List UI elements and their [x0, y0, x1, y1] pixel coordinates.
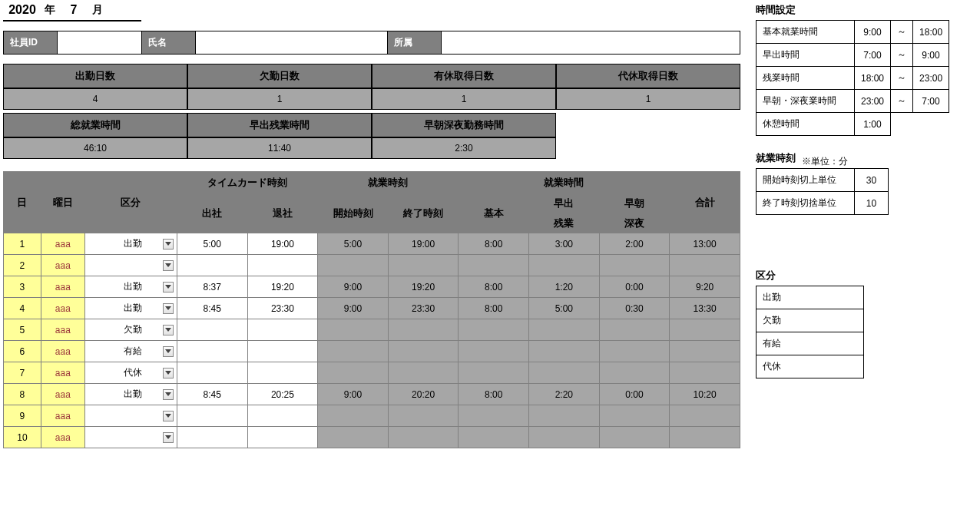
emp-dept-value[interactable] — [442, 31, 740, 54]
type-dropdown[interactable]: 出勤 — [84, 276, 177, 298]
attendance-table: 日 曜日 区分 タイムカード時刻 就業時刻 就業時間 合計 出社 退社 開始時刻… — [3, 171, 740, 448]
type-dropdown[interactable] — [84, 427, 177, 448]
hdr-basic: 基本 — [459, 193, 529, 233]
clock-out-cell[interactable]: 23:30 — [247, 298, 318, 319]
clock-in-cell[interactable] — [177, 427, 247, 448]
end-cell: 19:20 — [388, 276, 459, 298]
year-value[interactable]: 2020 — [3, 3, 41, 17]
ot-cell — [529, 427, 600, 448]
time-setting-label: 早朝・深夜業時間 — [757, 90, 855, 113]
summary-attend-days-value: 4 — [3, 88, 187, 110]
total-cell — [670, 405, 740, 427]
summary-paid-leave-label: 有休取得日数 — [372, 64, 556, 88]
type-dropdown[interactable]: 出勤 — [84, 298, 177, 319]
time-setting-sep: ～ — [891, 90, 913, 113]
table-row: 3aaa出勤8:3719:209:0019:208:001:200:009:20 — [4, 276, 740, 298]
time-setting-from[interactable]: 23:00 — [855, 90, 891, 113]
clock-out-cell[interactable] — [247, 405, 318, 427]
dow-cell: aaa — [41, 319, 84, 341]
clock-in-cell[interactable]: 8:45 — [177, 298, 247, 319]
clock-in-cell[interactable]: 5:00 — [177, 233, 247, 255]
hdr-timecard: タイムカード時刻 — [177, 172, 317, 193]
time-setting-from[interactable]: 1:00 — [855, 113, 891, 136]
chevron-down-icon[interactable] — [163, 325, 174, 335]
table-row: 5aaa欠勤 — [4, 319, 740, 341]
time-setting-to[interactable]: 23:00 — [913, 67, 949, 90]
clock-out-cell[interactable] — [247, 427, 318, 448]
total-cell — [670, 255, 740, 276]
type-dropdown[interactable]: 欠勤 — [84, 319, 177, 341]
clock-out-cell[interactable] — [247, 319, 318, 341]
clock-out-cell[interactable]: 20:25 — [247, 384, 318, 405]
clock-in-cell[interactable] — [177, 362, 247, 384]
time-setting-sep: ～ — [891, 44, 913, 67]
type-dropdown[interactable]: 代休 — [84, 362, 177, 384]
time-setting-to[interactable]: 9:00 — [913, 44, 949, 67]
time-setting-to[interactable]: 18:00 — [913, 21, 949, 44]
work-settings-note: ※単位：分 — [802, 155, 848, 168]
type-dropdown[interactable]: 出勤 — [84, 384, 177, 405]
emp-name-value[interactable] — [196, 31, 388, 54]
chevron-down-icon[interactable] — [163, 346, 174, 357]
clock-in-cell[interactable] — [177, 319, 247, 341]
chevron-down-icon[interactable] — [163, 303, 174, 314]
midnight-cell: 0:30 — [599, 298, 670, 319]
clock-out-cell[interactable]: 19:00 — [247, 233, 318, 255]
summary-latenight-label: 早朝深夜勤務時間 — [372, 113, 556, 137]
table-row: 2aaa — [4, 255, 740, 276]
chevron-down-icon[interactable] — [163, 368, 174, 378]
hdr-start: 開始時刻 — [318, 193, 389, 233]
type-dropdown[interactable] — [84, 405, 177, 427]
end-cell — [388, 341, 459, 362]
hdr-total: 合計 — [670, 172, 740, 233]
hdr-dow: 曜日 — [41, 172, 84, 233]
clock-out-cell[interactable] — [247, 362, 318, 384]
dow-cell: aaa — [41, 276, 84, 298]
clock-out-cell[interactable]: 19:20 — [247, 276, 318, 298]
time-setting-from[interactable]: 18:00 — [855, 67, 891, 90]
clock-in-cell[interactable]: 8:45 — [177, 384, 247, 405]
basic-cell: 8:00 — [459, 298, 529, 319]
time-setting-from[interactable]: 7:00 — [855, 44, 891, 67]
time-setting-from[interactable]: 9:00 — [855, 21, 891, 44]
kubun-item[interactable]: 欠勤 — [757, 309, 864, 332]
day-cell: 5 — [4, 319, 41, 341]
clock-out-cell[interactable] — [247, 255, 318, 276]
time-setting-row: 早朝・深夜業時間23:00～7:00 — [757, 90, 949, 113]
month-value[interactable]: 7 — [58, 3, 89, 17]
time-setting-sep: ～ — [891, 21, 913, 44]
employee-info: 社員ID 氏名 所属 — [3, 31, 740, 55]
clock-in-cell[interactable] — [177, 405, 247, 427]
chevron-down-icon[interactable] — [163, 432, 174, 443]
type-dropdown[interactable] — [84, 255, 177, 276]
kubun-item[interactable]: 代休 — [757, 355, 864, 378]
clock-in-cell[interactable] — [177, 341, 247, 362]
emp-id-value[interactable] — [58, 31, 142, 54]
hdr-mn1: 早朝 — [599, 193, 670, 213]
chevron-down-icon[interactable] — [163, 389, 174, 400]
table-row: 8aaa出勤8:4520:259:0020:208:002:200:0010:2… — [4, 384, 740, 405]
type-dropdown[interactable]: 出勤 — [84, 233, 177, 255]
ot-cell — [529, 319, 600, 341]
clock-out-cell[interactable] — [247, 341, 318, 362]
time-settings-table: 基本就業時間9:00～18:00早出時間7:00～9:00残業時間18:00～2… — [756, 20, 949, 136]
dow-cell: aaa — [41, 233, 84, 255]
clock-in-cell[interactable] — [177, 255, 247, 276]
chevron-down-icon[interactable] — [163, 239, 174, 250]
summary-overtime-label: 早出残業時間 — [187, 113, 372, 137]
chevron-down-icon[interactable] — [163, 282, 174, 293]
work-setting-value[interactable]: 30 — [855, 169, 889, 192]
kubun-item[interactable]: 有給 — [757, 332, 864, 355]
hdr-worktime: 就業時刻 — [318, 172, 459, 193]
chevron-down-icon[interactable] — [163, 411, 174, 421]
summary-total-work-value: 46:10 — [3, 137, 187, 159]
time-setting-to[interactable]: 7:00 — [913, 90, 949, 113]
time-setting-label: 早出時間 — [757, 44, 855, 67]
work-setting-value[interactable]: 10 — [855, 192, 889, 215]
chevron-down-icon[interactable] — [163, 260, 174, 271]
kubun-item[interactable]: 出勤 — [757, 286, 864, 309]
type-dropdown[interactable]: 有給 — [84, 341, 177, 362]
summary-comp-leave-label: 代休取得日数 — [556, 64, 740, 88]
clock-in-cell[interactable]: 8:37 — [177, 276, 247, 298]
midnight-cell — [599, 405, 670, 427]
